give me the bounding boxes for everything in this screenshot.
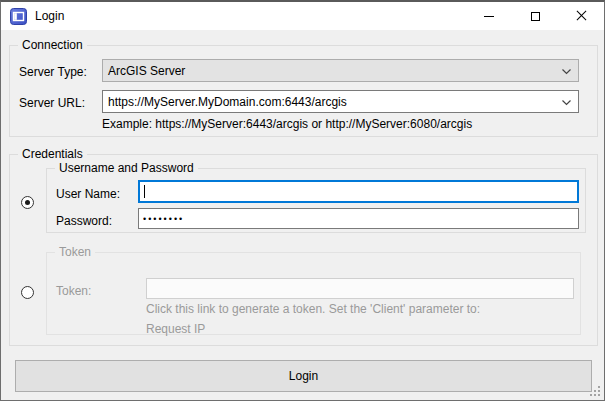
login-button[interactable]: Login — [15, 360, 592, 392]
credentials-group-label: Credentials — [18, 147, 87, 161]
login-dialog: Login Connection Server Type: ArcGIS Ser… — [0, 0, 605, 401]
server-url-combobox[interactable]: https://MyServer.MyDomain.com:6443/arcgi… — [102, 90, 579, 113]
app-form-icon — [10, 8, 27, 25]
token-help-text: Click this link to generate a token. Set… — [146, 302, 480, 316]
password-label: Password: — [56, 214, 112, 228]
server-type-label: Server Type: — [19, 65, 87, 79]
login-button-label: Login — [289, 369, 318, 383]
username-password-radio[interactable] — [21, 196, 34, 209]
connection-group-label: Connection — [18, 38, 87, 52]
chevron-down-icon — [562, 100, 571, 106]
token-client-value: Request IP — [146, 322, 205, 336]
title-bar[interactable]: Login — [1, 2, 604, 30]
resize-grip-icon[interactable] — [589, 385, 602, 398]
server-type-value: ArcGIS Server — [108, 64, 185, 78]
window-title: Login — [35, 9, 64, 23]
close-icon — [576, 11, 586, 21]
caption-buttons — [466, 2, 604, 30]
close-button[interactable] — [558, 2, 604, 30]
chevron-down-icon — [562, 69, 571, 75]
username-label: User Name: — [56, 187, 120, 201]
minimize-icon — [484, 16, 494, 17]
radio-dot — [25, 200, 30, 205]
token-group-label: Token — [55, 245, 95, 259]
minimize-button[interactable] — [466, 2, 512, 30]
server-url-label: Server URL: — [19, 96, 85, 110]
token-input[interactable] — [146, 278, 574, 299]
server-url-value: https://MyServer.MyDomain.com:6443/arcgi… — [108, 95, 347, 109]
maximize-button[interactable] — [512, 2, 558, 30]
token-radio[interactable] — [21, 286, 34, 299]
maximize-icon — [531, 12, 540, 21]
text-caret — [144, 185, 145, 198]
username-password-group-label: Username and Password — [55, 161, 198, 175]
server-type-select[interactable]: ArcGIS Server — [102, 59, 579, 82]
password-input[interactable] — [138, 208, 579, 229]
server-url-example-text: Example: https://MyServer:6443/arcgis or… — [102, 117, 472, 131]
token-label: Token: — [56, 284, 91, 298]
username-input[interactable] — [138, 180, 579, 203]
